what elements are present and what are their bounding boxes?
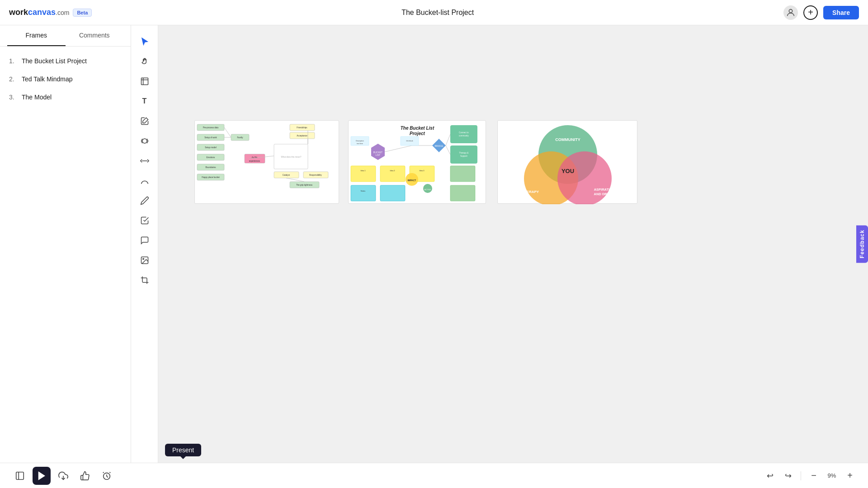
tool-text[interactable]: T	[136, 92, 154, 110]
feedback-panel: Feedback	[856, 225, 868, 263]
svg-text:Boundaries: Boundaries	[206, 166, 217, 169]
svg-line-43	[286, 178, 304, 182]
tool-pencil[interactable]	[136, 192, 154, 210]
svg-text:YOU: YOU	[561, 168, 574, 174]
svg-text:Catalyst: Catalyst	[283, 174, 290, 176]
svg-text:What does this mean?: What does this mean?	[281, 156, 302, 158]
frame-label-3: The Model	[22, 94, 52, 101]
timer-button[interactable]	[98, 467, 116, 485]
svg-text:AND DREAMS: AND DREAMS	[594, 192, 617, 196]
toggle-sidebar-button[interactable]	[11, 467, 29, 485]
tool-pen[interactable]	[136, 152, 154, 170]
svg-text:Friendships: Friendships	[297, 127, 307, 129]
toolbar: T	[131, 25, 158, 463]
svg-point-0	[789, 9, 792, 12]
svg-text:Idea 2: Idea 2	[390, 169, 395, 172]
svg-point-83	[557, 151, 612, 204]
svg-text:LIST: LIST	[376, 154, 381, 156]
like-button[interactable]	[76, 467, 94, 485]
export-button[interactable]	[54, 467, 72, 485]
user-avatar[interactable]	[783, 5, 798, 20]
svg-text:Connect to: Connect to	[459, 131, 469, 134]
sidebar-frame-1[interactable]: 1. The Bucket List Project	[9, 57, 122, 65]
svg-text:ASPIRATIONS: ASPIRATIONS	[594, 188, 617, 192]
tool-sticky[interactable]	[136, 112, 154, 130]
svg-point-4	[142, 139, 147, 143]
svg-line-74	[446, 134, 450, 145]
canvas-frame-1[interactable]: Pre-process data Setup of work Setup mod…	[194, 120, 339, 204]
tool-checklist[interactable]	[136, 211, 154, 230]
svg-text:The grip tightness: The grip tightness	[296, 184, 313, 186]
svg-text:Project: Project	[410, 131, 425, 136]
svg-line-75	[446, 145, 450, 155]
sidebar-tabs: Frames Comments	[0, 25, 131, 47]
svg-text:Support: Support	[460, 155, 468, 157]
svg-text:Pre-process data: Pre-process data	[203, 127, 219, 129]
svg-point-7	[142, 258, 144, 260]
svg-text:Setup of work: Setup of work	[204, 136, 217, 139]
tool-shapes[interactable]	[136, 132, 154, 150]
zoom-level: 9%	[825, 472, 839, 479]
svg-line-38	[224, 127, 231, 137]
bottom-bar: Present ↩ ↪ − 9% +	[0, 463, 868, 488]
svg-rect-67	[450, 185, 475, 201]
tab-frames[interactable]: Frames	[7, 25, 66, 46]
svg-text:Idea 3: Idea 3	[419, 169, 425, 172]
venn-svg: COMMUNITY THERAPY ASPIRATIONS AND DREAMS…	[498, 121, 638, 204]
sidebar-frame-3[interactable]: 3. The Model	[9, 94, 122, 101]
zoom-controls: ↩ ↪ − 9% +	[763, 469, 857, 483]
svg-text:COMMUNITY: COMMUNITY	[555, 137, 580, 142]
tool-frame[interactable]	[136, 72, 154, 90]
tool-connector[interactable]	[136, 172, 154, 190]
share-button[interactable]: Share	[823, 6, 859, 19]
tool-hand[interactable]	[136, 52, 154, 70]
svg-text:Happy place bucket: Happy place bucket	[202, 176, 220, 178]
frame-label-2: Ted Talk Mindmap	[22, 75, 73, 83]
redo-button[interactable]: ↪	[781, 469, 795, 483]
canvas-frame-3[interactable]: COMMUNITY THERAPY ASPIRATIONS AND DREAMS…	[497, 120, 637, 204]
tool-select[interactable]	[136, 33, 154, 51]
svg-text:THERAPY: THERAPY	[522, 190, 539, 194]
svg-text:text here: text here	[357, 143, 363, 145]
frame-num-1: 1.	[9, 57, 18, 65]
zoom-out-button[interactable]: −	[807, 469, 821, 483]
svg-text:Description: Description	[356, 140, 364, 142]
svg-rect-65	[380, 185, 405, 201]
svg-text:Idea 1: Idea 1	[360, 169, 366, 172]
header-left: workcanvas.com Beta	[9, 8, 92, 17]
svg-text:ACTIVE: ACTIVE	[425, 188, 431, 191]
present-tooltip: Present	[165, 444, 201, 456]
svg-rect-66	[450, 166, 475, 182]
present-button[interactable]	[33, 467, 51, 485]
tool-image[interactable]	[136, 251, 154, 269]
header: workcanvas.com Beta The Bucket-list Proj…	[0, 0, 868, 25]
bucket-list-svg: The Bucket List Project BUCKET LIST BRID…	[349, 121, 486, 204]
svg-rect-63	[351, 185, 376, 201]
logo: workcanvas.com	[9, 8, 69, 17]
sidebar-content: 1. The Bucket List Project 2. Ted Talk M…	[0, 47, 131, 122]
tab-comments[interactable]: Comments	[66, 25, 124, 46]
frame-num-3: 3.	[9, 94, 18, 101]
tool-crop[interactable]	[136, 271, 154, 289]
undo-button[interactable]: ↩	[763, 469, 777, 483]
sidebar: Frames Comments 1. The Bucket List Proje…	[0, 25, 131, 463]
svg-rect-54	[450, 145, 477, 164]
sidebar-frame-2[interactable]: 2. Ted Talk Mindmap	[9, 75, 122, 83]
svg-rect-57	[351, 166, 376, 182]
canvas-frame-2[interactable]: The Bucket List Project BUCKET LIST BRID…	[348, 120, 486, 204]
svg-rect-59	[380, 166, 405, 182]
feedback-button[interactable]: Feedback	[856, 225, 868, 263]
svg-text:experiences: experiences	[249, 160, 260, 162]
svg-rect-1	[141, 78, 148, 85]
svg-text:Responsibility: Responsibility	[309, 174, 322, 176]
svg-text:Acceptance: Acceptance	[297, 135, 307, 137]
add-button[interactable]: +	[803, 5, 818, 20]
main-layout: Frames Comments 1. The Bucket List Proje…	[0, 25, 868, 463]
tool-comment[interactable]	[136, 231, 154, 249]
beta-badge: Beta	[73, 9, 92, 17]
svg-rect-89	[16, 472, 24, 479]
svg-text:The Bucket List: The Bucket List	[401, 126, 434, 131]
svg-rect-51	[450, 125, 477, 143]
zoom-in-button[interactable]: +	[843, 469, 857, 483]
canvas-area[interactable]: Pre-process data Setup of work Setup mod…	[158, 25, 868, 463]
